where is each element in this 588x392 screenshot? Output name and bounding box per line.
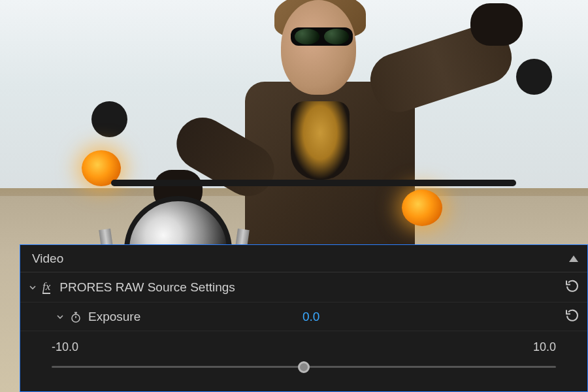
- fx-badge-icon[interactable]: fx: [42, 281, 50, 294]
- collapse-section-icon[interactable]: [569, 255, 578, 262]
- stopwatch-icon[interactable]: [70, 311, 82, 323]
- exposure-slider-thumb[interactable]: [298, 361, 310, 373]
- reset-effect-button[interactable]: [564, 278, 580, 297]
- effects-panel: Video fx PRORES RAW Source Settings Expo…: [20, 244, 588, 392]
- slider-max-label: 10.0: [533, 340, 556, 354]
- chevron-down-icon[interactable]: [28, 283, 37, 292]
- exposure-value[interactable]: 0.0: [302, 310, 319, 324]
- exposure-slider-track[interactable]: [52, 366, 556, 368]
- effect-name-label: PRORES RAW Source Settings: [59, 280, 235, 295]
- section-title: Video: [32, 252, 63, 266]
- exposure-param-row: Exposure 0.0: [20, 302, 587, 331]
- exposure-label: Exposure: [88, 310, 140, 324]
- panel-section-header[interactable]: Video: [20, 245, 587, 272]
- chevron-down-icon[interactable]: [56, 312, 65, 321]
- exposure-slider-row: -10.0 10.0: [20, 331, 587, 390]
- effect-header-row: fx PRORES RAW Source Settings: [20, 272, 587, 302]
- slider-min-label: -10.0: [52, 340, 78, 354]
- reset-param-button[interactable]: [564, 307, 580, 326]
